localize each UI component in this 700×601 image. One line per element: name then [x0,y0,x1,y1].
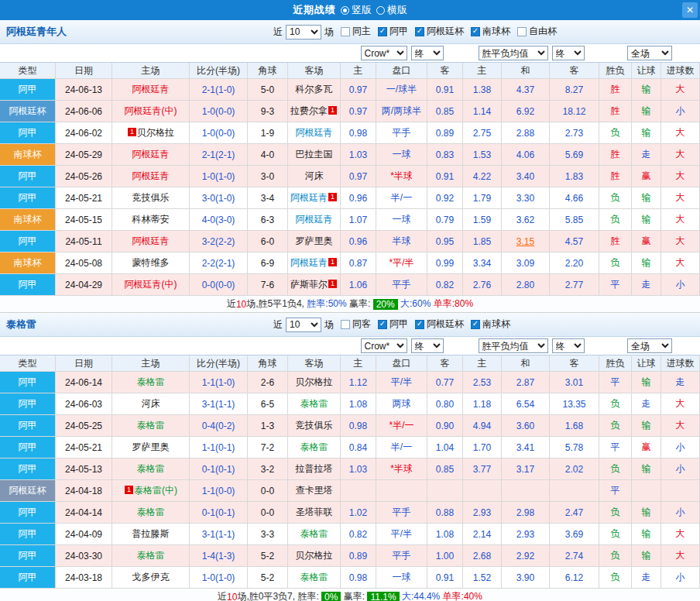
horizontal-layout-radio[interactable] [376,6,385,15]
column-header-draw-odds: 和 [502,355,550,372]
home-team: 阿根廷青 [112,231,190,252]
match-type: 阿根廷杯 [0,101,56,122]
result: 负 [599,415,632,437]
handicap-line: 两球 [376,393,427,415]
home-team: 泰格雷 [112,502,190,524]
radio-dot-icon [343,9,347,12]
table-row: 阿甲24-04-14泰格雷0-1(0-1)0-0圣塔菲联1.02平手0.882.… [0,502,700,524]
lose-odds: 18.12 [550,101,599,122]
result: 胜 [599,144,632,166]
checkbox-checked-icon[interactable] [471,320,480,329]
handicap-result [632,480,661,502]
checkbox-unchecked-icon[interactable] [341,27,350,36]
handicap-away-odds: 1.04 [427,437,463,458]
filter-select[interactable]: 全场 [627,338,672,353]
filter-select[interactable]: 全场 [627,46,672,60]
handicap-away-odds: 0.85 [427,101,463,122]
handicap-away-odds: 0.90 [427,415,463,437]
filter-select[interactable]: Crow* [361,46,407,60]
filter-select[interactable]: 终 [411,338,444,353]
filter-select[interactable]: 胜平负均值 [479,338,548,353]
score-halftime: 3-1(1-1) [190,393,248,415]
draw-odds: 3.09 [502,252,550,274]
result: 胜 [599,101,632,122]
score-halftime: 1-1(0-0) [190,480,248,502]
win-odds: 2.14 [463,524,502,545]
match-type: 阿甲 [0,187,56,209]
table-row: 阿甲24-05-21罗萨里奥1-1(0-1)7-2泰格雷0.84半/一1.041… [0,437,700,458]
win-odds: 2.68 [463,545,502,567]
match-count-select[interactable]: 10 [286,318,321,332]
table-row: 阿甲24-05-11阿根廷青3-2(2-2)6-0罗萨里奥0.96半球0.951… [0,231,700,252]
home-team: 普拉滕斯 [112,524,190,545]
lose-odds: 1.83 [550,166,599,187]
corners: 3-0 [248,166,288,187]
score-halftime: 1-0(0-0) [190,122,248,144]
score-halftime: 1-0(1-0) [190,166,248,187]
lose-odds: 2.20 [550,252,599,274]
handicap-away-odds: 0.91 [427,79,463,101]
column-header-match-type: 类型 [0,63,56,79]
column-header-match-date: 日期 [56,355,112,372]
away-team: 查卡里塔 [288,480,341,502]
match-count-select[interactable]: 10 [286,25,321,39]
handicap-result: 输 [632,415,661,437]
column-header-handicap-home-odds: 主 [341,355,376,372]
draw-odds: 2.93 [502,524,550,545]
away-team: 阿根廷青 [288,122,341,144]
handicap-home-odds: 1.07 [341,209,376,231]
checkbox-unchecked-icon[interactable] [517,27,527,36]
filter-select[interactable]: 终 [552,46,585,60]
red-card-badge: 1 [125,486,133,494]
draw-odds: 3.41 [502,437,550,458]
corners: 1-3 [248,415,288,437]
lose-odds: 2.47 [550,502,599,524]
match-date: 24-04-14 [56,502,112,524]
summary-segment: 大:60% [398,297,431,311]
vertical-layout-radio[interactable] [341,6,349,15]
checkbox-checked-icon[interactable] [415,320,424,329]
column-header-draw-odds: 和 [502,63,550,79]
match-date: 24-06-06 [56,101,112,122]
column-header-win-odds: 主 [463,355,502,372]
recent-filter-cluster: 近 10 场 同客阿甲阿根廷杯南球杯 [273,318,510,332]
win-odds: 2.75 [463,122,502,144]
filter-checkbox-item: 同主 [341,25,371,38]
handicap-home-odds: 0.97 [341,166,376,187]
score-halftime: 1-0(1-0) [190,567,248,589]
handicap-home-odds: 0.82 [341,524,376,545]
result: 胜 [599,231,632,252]
checkbox-checked-icon[interactable] [415,27,424,36]
filter-select[interactable]: 终 [411,46,444,60]
goals-result: 大 [661,231,700,252]
checkbox-checked-icon[interactable] [378,320,387,329]
handicap-result: 赢 [632,166,661,187]
column-header-handicap-line: 盘口 [376,63,427,79]
summary-segment: 近 [218,590,227,601]
column-header-match-type: 类型 [0,355,56,372]
result: 负 [599,393,632,415]
lose-odds: 2.77 [550,274,599,296]
match-date: 24-05-21 [56,437,112,458]
filter-select[interactable]: Crow* [361,338,407,353]
checkbox-checked-icon[interactable] [378,27,387,36]
near-suffix-label: 场 [324,318,334,331]
close-icon[interactable]: ✕ [682,2,698,18]
table-row: 阿甲24-05-21竞技俱乐3-0(1-0)3-4阿根廷青10.96半/一0.9… [0,187,700,209]
result: 负 [599,252,632,274]
score-halftime: 0-1(0-1) [190,502,248,524]
dialog-title: 近期战绩 [293,3,336,17]
lose-odds: 5.69 [550,144,599,166]
away-team: 阿根廷青1 [288,187,341,209]
table-header: 类型日期主场比分(半场)角球客场主盘口客主和客胜负让球进球数 [0,62,700,79]
filter-select[interactable]: 终 [552,338,585,353]
checkbox-unchecked-icon[interactable] [341,320,350,329]
handicap-line [376,480,427,502]
match-type: 南球杯 [0,209,56,231]
filter-select[interactable]: 胜平负均值 [479,46,548,60]
checkbox-checked-icon[interactable] [471,27,480,36]
summary-segment: 单率:80% [431,297,473,311]
home-team: 阿根廷青(中) [112,101,190,122]
result: 负 [599,209,632,231]
handicap-result: 走 [632,274,661,296]
